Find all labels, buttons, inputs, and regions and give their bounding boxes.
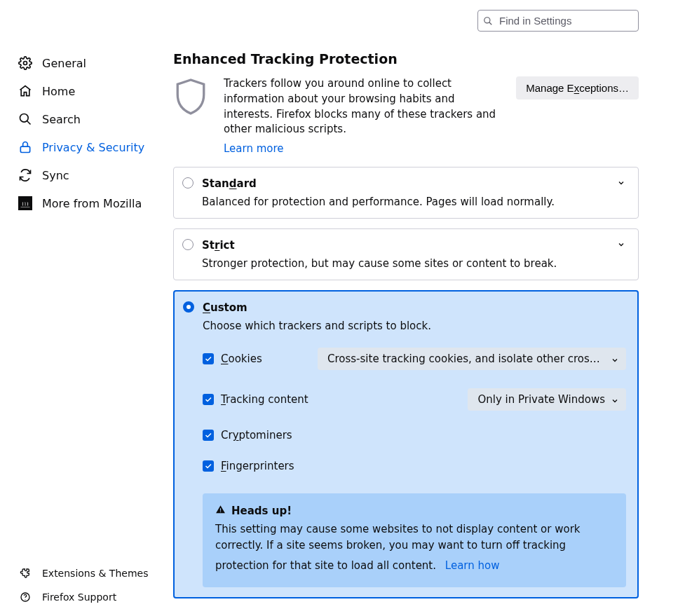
checkbox-tracking[interactable] (203, 394, 214, 405)
sidebar-item-label: Firefox Support (42, 591, 116, 603)
svg-point-1 (20, 114, 29, 123)
custom-option-cryptominers: Cryptominers (203, 429, 626, 442)
intro-text: Trackers follow you around online to col… (224, 77, 496, 135)
svg-point-8 (484, 17, 490, 22)
sidebar-item-label: Home (42, 85, 75, 98)
radio-custom[interactable] (183, 301, 194, 313)
custom-option-fingerprinters: Fingerprinters (203, 460, 626, 472)
svg-point-7 (25, 599, 25, 600)
section-title: Enhanced Tracking Protection (173, 51, 639, 67)
sidebar: General Home Search Privacy & Security S… (0, 0, 161, 616)
intro-text-block: Trackers follow you around online to col… (224, 76, 501, 157)
shield-icon (173, 76, 208, 118)
sidebar-item-label: Sync (42, 169, 69, 182)
cookies-label: Cookies (221, 353, 262, 365)
sidebar-item-more-from-mozilla[interactable]: m More from Mozilla (0, 189, 161, 217)
help-icon (18, 590, 32, 604)
svg-rect-2 (20, 146, 29, 152)
sync-icon (18, 168, 32, 182)
svg-point-0 (24, 62, 27, 65)
sidebar-item-sync[interactable]: Sync (0, 161, 161, 189)
checkbox-cookies[interactable] (203, 353, 214, 364)
standard-desc: Balanced for protection and performance.… (202, 196, 627, 208)
protection-option-custom[interactable]: Custom Choose which trackers and scripts… (173, 290, 639, 598)
checkbox-cryptominers[interactable] (203, 430, 214, 441)
finger-label: Fingerprinters (221, 460, 294, 472)
svg-rect-10 (220, 511, 221, 512)
warning-icon (215, 505, 226, 517)
sidebar-item-home[interactable]: Home (0, 77, 161, 105)
sidebar-item-label: Search (42, 113, 81, 126)
chevron-down-icon (611, 355, 619, 363)
learn-more-link[interactable]: Learn more (224, 142, 284, 157)
protection-option-standard[interactable]: Standard Balanced for protection and per… (173, 167, 639, 219)
main-content: Enhanced Tracking Protection Trackers fo… (161, 0, 692, 616)
svg-rect-5 (20, 207, 30, 208)
sidebar-item-general[interactable]: General (0, 49, 161, 77)
manage-exceptions-button[interactable]: Manage Exceptions… (516, 76, 639, 100)
sidebar-item-label: Privacy & Security (42, 141, 144, 154)
crypto-label: Cryptominers (221, 429, 292, 442)
search-icon (18, 112, 32, 126)
sidebar-item-privacy-security[interactable]: Privacy & Security (0, 133, 161, 161)
notice-title: Heads up! (215, 505, 613, 517)
radio-standard[interactable] (182, 177, 194, 189)
gear-icon (18, 56, 32, 70)
custom-option-cookies: Cookies Cross-site tracking cookies, and… (203, 348, 626, 370)
chevron-down-icon (611, 395, 619, 404)
tracking-label: Tracking content (221, 393, 308, 406)
search-icon (483, 16, 493, 26)
mozilla-icon: m (18, 196, 32, 210)
sidebar-item-extensions-themes[interactable]: Extensions & Themes (0, 561, 161, 585)
cookies-select[interactable]: Cross-site tracking cookies, and isolate… (318, 348, 626, 370)
sidebar-item-label: Extensions & Themes (42, 568, 148, 579)
sidebar-item-label: More from Mozilla (42, 197, 142, 210)
tracking-select[interactable]: Only in Private Windows (468, 388, 626, 411)
home-icon (18, 84, 32, 98)
strict-desc: Stronger protection, but may cause some … (202, 257, 627, 270)
standard-title: Standard (202, 177, 627, 190)
checkbox-fingerprinters[interactable] (203, 460, 214, 472)
sidebar-item-search[interactable]: Search (0, 105, 161, 133)
protection-option-strict[interactable]: Strict Stronger protection, but may caus… (173, 228, 639, 280)
custom-desc: Choose which trackers and scripts to blo… (203, 320, 626, 332)
custom-title: Custom (203, 301, 626, 314)
sidebar-item-firefox-support[interactable]: Firefox Support (0, 585, 161, 609)
chevron-down-icon[interactable] (617, 239, 625, 247)
sidebar-item-label: General (42, 57, 86, 70)
intro-row: Trackers follow you around online to col… (173, 76, 639, 157)
puzzle-icon (18, 566, 32, 580)
heads-up-notice: Heads up! This setting may cause some we… (203, 493, 626, 587)
radio-strict[interactable] (182, 239, 194, 250)
notice-body: This setting may cause some websites to … (215, 521, 613, 575)
search-input[interactable] (477, 10, 639, 32)
learn-how-link[interactable]: Learn how (445, 558, 500, 574)
chevron-down-icon[interactable] (617, 177, 625, 186)
lock-icon (18, 140, 32, 154)
svg-rect-9 (220, 508, 221, 511)
search-container (477, 10, 639, 32)
custom-option-tracking: Tracking content Only in Private Windows (203, 388, 626, 411)
strict-title: Strict (202, 239, 627, 252)
